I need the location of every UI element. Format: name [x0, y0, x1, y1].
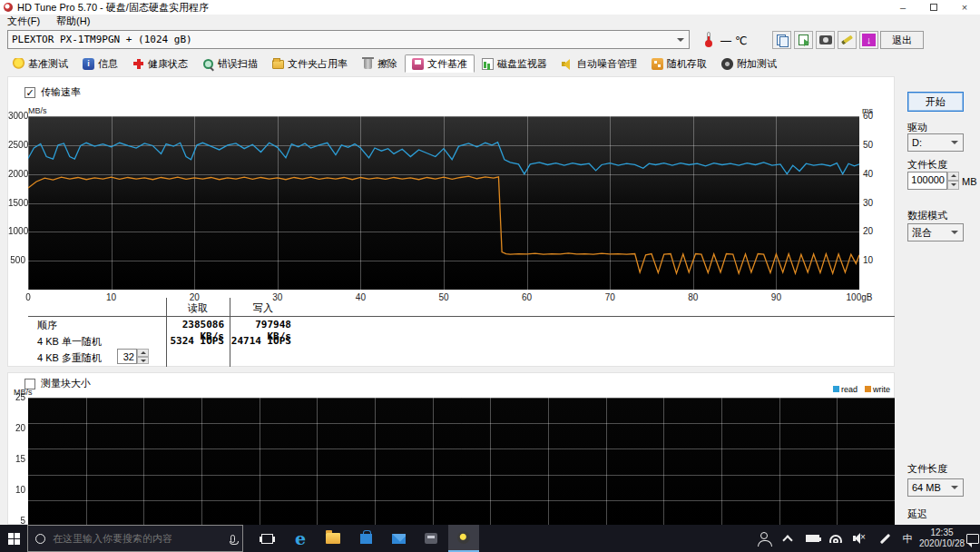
- tab-error-scan[interactable]: 错误扫描: [195, 54, 265, 73]
- tray-overflow-button[interactable]: [777, 525, 799, 552]
- file-length-stepper[interactable]: 100000: [907, 172, 959, 190]
- exit-button[interactable]: 退出: [880, 31, 924, 49]
- axis-tick: 30: [260, 292, 296, 302]
- stepper-down-icon[interactable]: [947, 181, 959, 190]
- stepper-down-icon[interactable]: [137, 357, 149, 365]
- maximize-icon: [930, 4, 937, 11]
- pen-icon: [879, 533, 889, 543]
- axis-tick: 10: [8, 485, 25, 495]
- pen-button[interactable]: [838, 31, 857, 49]
- tray-network[interactable]: [824, 525, 848, 552]
- windows-logo-icon: [8, 533, 20, 545]
- tab-erase[interactable]: 擦除: [355, 54, 405, 73]
- axis-tick: 40: [863, 169, 881, 179]
- notification-center-button[interactable]: [965, 525, 980, 552]
- drive-select-combo[interactable]: PLEXTOR PX-1TM9PGN + (1024 gB): [7, 30, 690, 49]
- copy-button[interactable]: [772, 31, 791, 49]
- menu-file[interactable]: 文件(F): [7, 15, 40, 28]
- tab-aam[interactable]: 自动噪音管理: [554, 54, 644, 73]
- taskbar-app-mail[interactable]: [383, 525, 414, 552]
- clock-time: 12:35: [930, 527, 953, 538]
- close-button[interactable]: ×: [949, 0, 980, 15]
- download-button[interactable]: ↓: [859, 31, 878, 49]
- task-view-icon: [261, 534, 273, 544]
- task-view-button[interactable]: [250, 525, 283, 552]
- file-length-value[interactable]: 100000: [907, 172, 947, 190]
- start-button[interactable]: [0, 525, 27, 552]
- read-legend-swatch: [833, 386, 839, 392]
- screenshot-camera-icon: [819, 35, 832, 44]
- 4k-single-write-value: 24714 IOPS: [230, 335, 291, 347]
- transfer-rate-checkbox[interactable]: ✓: [24, 87, 35, 98]
- axis-tick: 90: [758, 292, 794, 302]
- cortana-icon: [35, 534, 45, 544]
- health-cross-icon: [132, 58, 144, 70]
- tab-benchmark[interactable]: 基准测试: [5, 54, 75, 73]
- taskbar-clock[interactable]: 12:35 2020/10/28: [918, 525, 965, 552]
- export-button[interactable]: [794, 31, 813, 49]
- toolbar: PLEXTOR PX-1TM9PGN + (1024 gB) — ℃ ↓ 退出: [0, 28, 980, 52]
- wifi-icon: [829, 535, 842, 543]
- queue-depth-stepper[interactable]: 32: [117, 349, 149, 364]
- tray-battery[interactable]: [800, 525, 824, 552]
- axis-tick: 10: [93, 292, 130, 302]
- tab-info[interactable]: i信息: [75, 54, 125, 73]
- latency-label: 延迟: [907, 508, 927, 521]
- start-button[interactable]: 开始: [907, 92, 964, 112]
- axis-tick: 3000: [8, 111, 25, 121]
- taskbar-app-edge[interactable]: [285, 525, 316, 552]
- axis-tick: 60: [863, 111, 881, 121]
- tray-pen[interactable]: [873, 525, 897, 552]
- tray-volume[interactable]: [848, 525, 873, 552]
- transfer-rate-section: ✓ 传输速率 MB/s ms 读取 写入 顺序 2385086 KB/s 797…: [7, 76, 895, 367]
- axis-tick: 60: [509, 292, 545, 302]
- hdtune-app-icon: [4, 3, 13, 12]
- screenshot-button[interactable]: [816, 31, 835, 49]
- axis-tick: 50: [426, 292, 462, 302]
- tab-file-benchmark[interactable]: 文件基准: [405, 54, 475, 73]
- mail-icon: [392, 534, 406, 544]
- search-input[interactable]: [53, 533, 223, 544]
- file-benchmark-panel: ✓ 传输速率 MB/s ms 读取 写入 顺序 2385086 KB/s 797…: [0, 73, 980, 525]
- maximize-button[interactable]: [918, 0, 949, 15]
- axis-tick: 80: [675, 292, 711, 302]
- axis-tick: 20: [8, 423, 25, 433]
- temperature-unit: ℃: [735, 34, 747, 47]
- file-length2-label: 文件长度: [907, 462, 947, 476]
- drive-dropdown[interactable]: D:: [907, 133, 964, 152]
- drive-dropdown-value: D:: [912, 137, 922, 148]
- tray-people-button[interactable]: [751, 525, 777, 552]
- taskbar-app-store[interactable]: [350, 525, 381, 552]
- data-mode-dropdown[interactable]: 混合: [907, 223, 964, 242]
- row-label-4k-multi: 4 KB 多重随机: [37, 351, 102, 365]
- tab-folder-usage[interactable]: 文件夹占用率: [265, 54, 355, 73]
- axis-tick: 50: [863, 140, 881, 150]
- ime-indicator[interactable]: 中: [897, 525, 918, 552]
- volume-muted-icon: [853, 533, 867, 544]
- stepper-up-icon[interactable]: [137, 349, 149, 357]
- taskbar-app-pinned[interactable]: [416, 525, 446, 552]
- axis-tick: 25: [8, 392, 25, 402]
- temperature-value: —: [720, 34, 731, 47]
- stepper-up-icon[interactable]: [947, 172, 959, 181]
- clock-date: 2020/10/28: [919, 538, 965, 549]
- data-mode-value: 混合: [912, 226, 932, 240]
- minimize-button[interactable]: –: [887, 0, 918, 15]
- file-length2-dropdown[interactable]: 64 MB: [907, 478, 964, 497]
- taskbar-app-file-explorer[interactable]: [318, 525, 348, 552]
- taskbar-search[interactable]: [27, 525, 243, 552]
- tab-random-access[interactable]: 随机存取: [644, 54, 714, 73]
- random-access-icon: [652, 58, 663, 70]
- 4k-single-read-value: 5324 IOPS: [153, 335, 224, 347]
- data-mode-label: 数据模式: [907, 209, 947, 222]
- axis-tick: 100gB: [841, 292, 877, 302]
- taskbar-app-hdtune[interactable]: [448, 525, 479, 552]
- tab-disk-monitor[interactable]: 磁盘监视器: [475, 54, 554, 73]
- tab-extra-tests[interactable]: 附加测试: [714, 54, 784, 73]
- axis-tick: 2500: [8, 140, 25, 150]
- tab-health[interactable]: 健康状态: [125, 54, 195, 73]
- copy-icon: [777, 34, 788, 45]
- queue-depth-value[interactable]: 32: [117, 349, 137, 364]
- menu-help[interactable]: 帮助(H): [56, 15, 90, 28]
- chart-legend: read write: [833, 385, 890, 394]
